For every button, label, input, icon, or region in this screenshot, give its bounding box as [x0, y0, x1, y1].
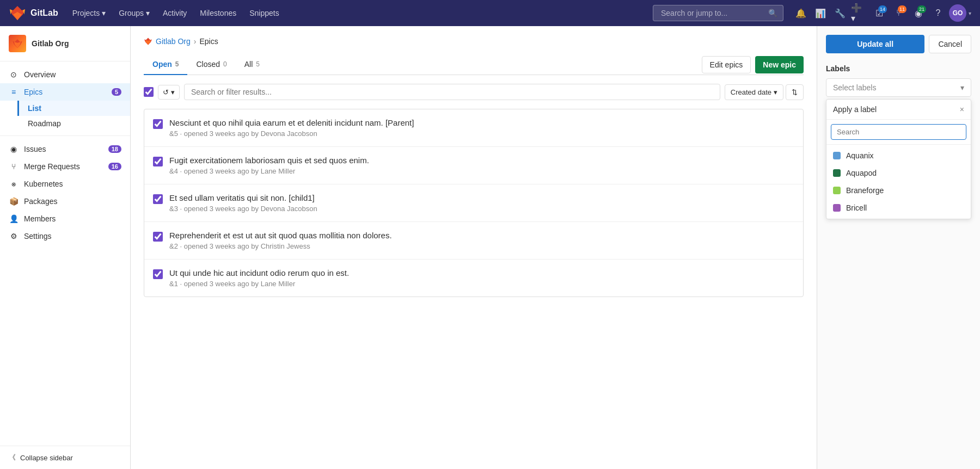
wrench-icon[interactable]: 🔧: [831, 4, 849, 22]
history-icon: ↺: [163, 88, 169, 96]
sidebar-org[interactable]: Gitlab Org: [0, 26, 130, 61]
todo-icon[interactable]: ☑ 14: [871, 4, 888, 22]
sort-button[interactable]: Created date ▾: [725, 84, 783, 100]
sidebar-item-members[interactable]: 👤 Members: [0, 210, 130, 227]
sidebar-item-epics[interactable]: ≡ Epics 5: [0, 83, 130, 101]
epic-checkbox-1[interactable]: [153, 269, 163, 279]
tab-open[interactable]: Open 5: [144, 54, 187, 75]
epic-content-2: Reprehenderit et est ut aut sit quod qua…: [169, 231, 794, 250]
nav-snippets[interactable]: Snippets: [244, 5, 284, 21]
todo-badge: 14: [878, 5, 887, 13]
aquanix-color: [833, 152, 841, 159]
breadcrumb-org-name: Gitlab Org: [156, 37, 191, 46]
settings-icon: ⚙: [9, 232, 19, 240]
select-labels-dropdown[interactable]: Select labels ▾: [826, 78, 971, 97]
apply-label-search-input[interactable]: [831, 124, 966, 140]
sidebar-item-roadmap[interactable]: Roadmap: [17, 116, 130, 131]
epic-meta-4: &4 · opened 3 weeks ago by Lane Miller: [169, 167, 794, 175]
plus-button[interactable]: ➕ ▾: [851, 4, 868, 22]
epic-title-5[interactable]: Nesciunt et quo nihil quia earum et et d…: [169, 118, 794, 127]
sidebar-item-issues[interactable]: ◉ Issues 18: [0, 140, 130, 158]
issues-icon[interactable]: ◉ 21: [910, 4, 927, 22]
tab-all-count: 5: [256, 60, 260, 68]
nav-search-box[interactable]: 🔍: [653, 5, 783, 21]
issues-sidebar-icon: ◉: [9, 145, 19, 153]
epic-item-5: Nesciunt et quo nihil quia earum et et d…: [144, 109, 803, 147]
epic-checkbox-2[interactable]: [153, 232, 163, 242]
notifications-icon[interactable]: 🔔: [792, 4, 810, 22]
tab-all[interactable]: All 5: [236, 54, 268, 75]
epic-title-3[interactable]: Et sed ullam veritatis qui sit non. [chi…: [169, 193, 794, 202]
epic-checkbox-3[interactable]: [153, 194, 163, 204]
braneforge-color: [833, 187, 841, 194]
epics-count: 5: [112, 88, 121, 96]
breadcrumb-current: Epics: [199, 37, 218, 46]
panel-actions: Update all Cancel: [826, 35, 971, 53]
chart-icon[interactable]: 📊: [812, 4, 829, 22]
main-content-area: Gitlab Org › Epics Open 5 Closed 0 All 5: [131, 26, 817, 469]
new-epic-button[interactable]: New epic: [755, 56, 804, 73]
label-item-aquapod[interactable]: Aquapod: [826, 164, 971, 182]
label-item-braneforge[interactable]: Braneforge: [826, 182, 971, 199]
apply-label-header: Apply a label ×: [826, 100, 971, 120]
epic-content-1: Ut qui unde hic aut incidunt odio rerum …: [169, 268, 794, 288]
nav-groups[interactable]: Groups ▾: [113, 5, 155, 21]
tabs-row: Open 5 Closed 0 All 5 Edit epics New epi…: [144, 54, 804, 75]
sidebar-item-packages[interactable]: 📦 Packages: [0, 193, 130, 210]
label-item-bricell[interactable]: Bricell: [826, 199, 971, 217]
sidebar-item-kubernetes[interactable]: ⎈ Kubernetes: [0, 175, 130, 193]
apply-label-close-icon[interactable]: ×: [960, 105, 964, 114]
bricell-color: [833, 204, 841, 212]
tab-open-label: Open: [152, 60, 172, 69]
nav-logo[interactable]: GitLab: [9, 4, 58, 22]
epic-meta-2: &2 · opened 3 weeks ago by Christin Jewe…: [169, 242, 794, 250]
sidebar-item-list[interactable]: List: [17, 101, 130, 116]
merge-requests-icon[interactable]: ⑂ 11: [890, 4, 908, 22]
user-avatar[interactable]: GO: [949, 4, 966, 22]
epic-title-1[interactable]: Ut qui unde hic aut incidunt odio rerum …: [169, 268, 794, 277]
epic-checkbox-4[interactable]: [153, 157, 163, 166]
nav-projects[interactable]: Projects ▾: [67, 5, 111, 21]
epic-checkbox-5[interactable]: [153, 119, 163, 129]
tab-closed-label: Closed: [196, 60, 220, 69]
merge-sidebar-icon: ⑂: [9, 162, 19, 171]
sidebar-item-settings[interactable]: ⚙ Settings: [0, 227, 130, 245]
nav-search-input[interactable]: [659, 5, 768, 21]
cancel-button[interactable]: Cancel: [929, 35, 971, 53]
epic-item-4: Fugit exercitationem laboriosam quis et …: [144, 147, 803, 184]
braneforge-label: Braneforge: [846, 186, 884, 195]
nav-search-icon: 🔍: [768, 9, 777, 17]
epic-item-2: Reprehenderit et est ut aut sit quod qua…: [144, 222, 803, 260]
sort-order-button[interactable]: ⇅: [786, 84, 804, 100]
bricell-label: Bricell: [846, 203, 867, 212]
epic-title-2[interactable]: Reprehenderit et est ut aut sit quod qua…: [169, 231, 794, 240]
epic-content-4: Fugit exercitationem laboriosam quis et …: [169, 156, 794, 175]
epic-item-1: Ut qui unde hic aut incidunt odio rerum …: [144, 260, 803, 297]
help-icon[interactable]: ?: [929, 4, 947, 22]
nav-milestones[interactable]: Milestones: [194, 5, 242, 21]
sidebar-collapse[interactable]: 《 Collapse sidebar: [0, 446, 130, 469]
apply-label-dropdown: Apply a label × Aquanix Aquapod: [826, 99, 971, 219]
members-icon: 👤: [9, 214, 19, 223]
epic-meta-3: &3 · opened 3 weeks ago by Devona Jacobs…: [169, 205, 794, 213]
filter-history-button[interactable]: ↺ ▾: [158, 85, 180, 100]
breadcrumb-org-link[interactable]: Gitlab Org: [144, 37, 191, 46]
apply-label-search-container: [826, 120, 971, 145]
merge-badge: 11: [898, 5, 906, 13]
epic-title-4[interactable]: Fugit exercitationem laboriosam quis et …: [169, 156, 794, 165]
bulk-select-checkbox[interactable]: [144, 87, 154, 97]
tab-closed[interactable]: Closed 0: [187, 54, 235, 75]
epic-item-3: Et sed ullam veritatis qui sit non. [chi…: [144, 184, 803, 222]
filter-search-input[interactable]: [184, 84, 720, 100]
chevron-down-icon-sort: ▾: [774, 88, 777, 96]
nav-activity[interactable]: Activity: [157, 5, 192, 21]
tabs-actions: Edit epics New epic: [702, 56, 804, 73]
breadcrumb-sep: ›: [194, 37, 197, 46]
nav-links: Projects ▾ Groups ▾ Activity Milestones …: [67, 5, 285, 21]
label-item-aquanix[interactable]: Aquanix: [826, 147, 971, 164]
sidebar-packages-label: Packages: [24, 197, 121, 206]
sidebar-item-merge-requests[interactable]: ⑂ Merge Requests 16: [0, 158, 130, 175]
update-all-button[interactable]: Update all: [826, 35, 924, 53]
sidebar-item-overview[interactable]: ⊙ Overview: [0, 66, 130, 83]
edit-epics-button[interactable]: Edit epics: [702, 56, 751, 73]
